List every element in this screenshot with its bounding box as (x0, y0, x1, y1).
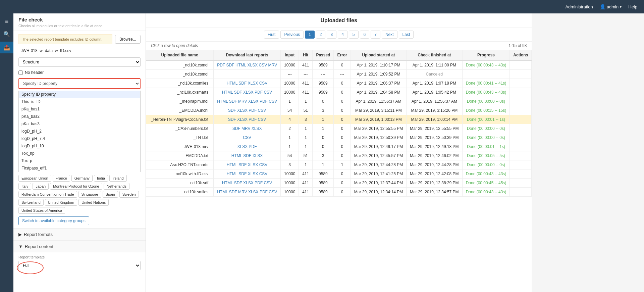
table-row[interactable]: _Asx-H2O-TNT.smartsHTML SDF XLSX CSV3111… (146, 160, 532, 169)
dd-item-tox-p[interactable]: Tox_p (19, 157, 140, 164)
dd-item-firstpass[interactable]: Firstpass_eff1 (19, 164, 140, 172)
tag-sweden[interactable]: Sweden (119, 191, 139, 198)
browse-button[interactable]: Browse... (115, 35, 141, 44)
report-link-csv[interactable]: CSV (259, 162, 268, 167)
dd-item-pka-bas3[interactable]: pKa_bas3 (19, 120, 140, 128)
search-icon[interactable]: 🔍 (0, 28, 13, 40)
id-property-select[interactable]: Specify ID property This_is_ID pKa_bas1 … (18, 78, 141, 89)
table-row[interactable]: _nci10k.smilesHTML SDF MRV XLSX PDF CSV1… (146, 188, 532, 197)
dd-item-logd-ph10[interactable]: logD_pH_10 (19, 142, 140, 150)
tag-european-union[interactable]: European Union (18, 175, 51, 182)
report-link-xlsx[interactable]: XLSX (248, 162, 258, 167)
tag-switzerland[interactable]: Switzerland (18, 199, 44, 206)
tag-uk[interactable]: United Kingdom (45, 199, 77, 206)
report-link-sdf[interactable]: SDF (243, 153, 251, 158)
report-link-pdf[interactable]: PDF (217, 63, 225, 67)
tag-spain[interactable]: Spain (103, 191, 118, 198)
pagination-page-4[interactable]: 4 (338, 31, 347, 39)
tag-usa[interactable]: United States of America (18, 207, 65, 214)
table-row[interactable]: _Heroin-TNT-Viagra-Cocaine.txtSDF XLSX P… (146, 115, 532, 124)
table-row[interactable]: _JWH-018.mrvXLSX PDF1100Mar 29, 2019, 12… (146, 142, 532, 151)
report-link-pdf[interactable]: PDF (255, 90, 263, 95)
pagination-previous[interactable]: Previous (280, 31, 304, 39)
report-link-csv[interactable]: CSV (259, 172, 268, 176)
tag-ireland[interactable]: Ireland (109, 175, 127, 182)
tag-japan[interactable]: Japan (33, 183, 49, 190)
dd-item-logd-ph74[interactable]: logD_pH_7.4 (19, 135, 140, 142)
report-link-html[interactable]: HTML (227, 162, 237, 167)
report-link-xlsx[interactable]: XLSX (237, 144, 248, 149)
pagination-first[interactable]: First (264, 31, 279, 39)
report-link-sdf[interactable]: SDF (238, 172, 247, 176)
dd-item-specify[interactable]: Specify ID property (19, 91, 140, 98)
report-link-pdf[interactable]: PDF (249, 108, 257, 113)
tag-singapore[interactable]: Singapore (78, 191, 101, 198)
pagination-last[interactable]: Last (399, 31, 414, 39)
report-link-xlsx[interactable]: XLSX (243, 181, 254, 185)
pagination-page-6[interactable]: 6 (360, 31, 370, 39)
report-link-sdf[interactable]: SDF (234, 181, 242, 185)
report-link-sdf[interactable]: SDF (229, 99, 237, 104)
admin-user[interactable]: 👤 admin ▾ (600, 4, 622, 9)
tag-netherlands[interactable]: Netherlands (104, 183, 129, 190)
report-link-csv[interactable]: CSV (264, 181, 272, 185)
tag-rotterdam[interactable]: Rotterdam Convention on Trade (18, 191, 77, 198)
report-link-pdf[interactable]: PDF (249, 144, 257, 149)
report-formats-header[interactable]: ▶ Report formats (13, 228, 146, 240)
report-link-sdf[interactable]: SDF (232, 126, 240, 131)
table-row[interactable]: _nci10k.csmol------------Apr 1, 2019, 1:… (146, 70, 532, 79)
table-row[interactable]: _nci10k-with-ID.csvHTML SDF XLSX CSV1000… (146, 169, 532, 179)
tag-montreal[interactable]: Montreal Protocol for Ozone (50, 183, 102, 190)
table-row[interactable]: _nci10k.cxsmartsHTML SDF XLSX PDF CSV100… (146, 88, 532, 97)
dd-item-pka-bas2[interactable]: pKa_bas2 (19, 113, 140, 120)
tag-italy[interactable]: Italy (18, 183, 31, 190)
upload-icon[interactable]: 📤 (0, 42, 13, 53)
report-link-xlsx[interactable]: XLSX (237, 108, 248, 113)
report-link-mrv[interactable]: MRV (238, 99, 247, 104)
report-link-pdf[interactable]: PDF (260, 190, 268, 194)
report-link-xlsx[interactable]: XLSX (237, 117, 248, 122)
report-link-xlsx[interactable]: XLSX (253, 153, 263, 158)
report-link-xlsx[interactable]: XLSX (243, 90, 254, 95)
report-link-html[interactable]: HTML (222, 181, 233, 185)
table-row[interactable]: _EMCDDA.inchiSDF XLSX PDF CSV545130Mar 2… (146, 106, 532, 115)
report-link-xlsx[interactable]: XLSX (252, 126, 262, 131)
report-link-csv[interactable]: CSV (243, 135, 251, 140)
report-link-xlsx[interactable]: XLSX (248, 99, 259, 104)
report-link-mrv[interactable]: MRV (238, 190, 247, 194)
pagination-page-5[interactable]: 5 (349, 31, 359, 39)
administration-link[interactable]: Administration (565, 4, 593, 9)
report-link-csv[interactable]: CSV (258, 108, 266, 113)
report-link-pdf[interactable]: PDF (255, 181, 263, 185)
table-row[interactable]: _nci10k.csmolPDF SDF HTML XLSX CSV MRV10… (146, 60, 532, 70)
table-row[interactable]: _TNT.txtCSV1100Mar 29, 2019, 12:50:39 PM… (146, 133, 532, 142)
pagination-next[interactable]: Next (382, 31, 397, 39)
table-row[interactable]: _nci10k.sdfHTML SDF XLSX PDF CSV10000411… (146, 179, 532, 188)
dd-item-pka-bas1[interactable]: pKa_bas1 (19, 105, 140, 113)
report-link-csv[interactable]: CSV (269, 190, 277, 194)
report-link-csv[interactable]: CSV (264, 90, 272, 95)
dd-item-logd-ph2[interactable]: logD_pH_2 (19, 128, 140, 135)
report-link-pdf[interactable]: PDF (249, 117, 257, 122)
table-row[interactable]: _mepirapim.molHTML SDF MRV XLSX PDF CSV1… (146, 97, 532, 106)
report-link-sdf[interactable]: SDF (229, 190, 237, 194)
no-header-checkbox[interactable] (18, 70, 23, 75)
report-link-html[interactable]: HTML (222, 90, 233, 95)
table-row[interactable]: _nci10k.cxsmilesHTML SDF XLSX CSV1000041… (146, 79, 532, 88)
tag-india[interactable]: India (94, 175, 108, 182)
report-link-xlsx[interactable]: XLSX (248, 190, 259, 194)
tag-france[interactable]: France (53, 175, 70, 182)
report-link-html[interactable]: HTML (235, 63, 246, 67)
table-row[interactable]: _CAS-numbers.txtSDF MRV XLSX2110Mar 29, … (146, 124, 532, 133)
pagination-page-7[interactable]: 7 (371, 31, 380, 39)
report-link-xlsx[interactable]: XLSX (248, 81, 258, 86)
pagination-page-3[interactable]: 3 (327, 31, 336, 39)
report-link-csv[interactable]: CSV (269, 99, 277, 104)
report-link-csv[interactable]: CSV (258, 117, 266, 122)
report-link-html[interactable]: HTML (217, 99, 228, 104)
dd-item-this-is-id[interactable]: This_is_ID (19, 98, 140, 105)
tag-germany[interactable]: Germany (71, 175, 93, 182)
report-link-pdf[interactable]: PDF (260, 99, 268, 104)
report-link-sdf[interactable]: SDF (238, 162, 247, 167)
report-link-mrv[interactable]: MRV (268, 63, 277, 67)
